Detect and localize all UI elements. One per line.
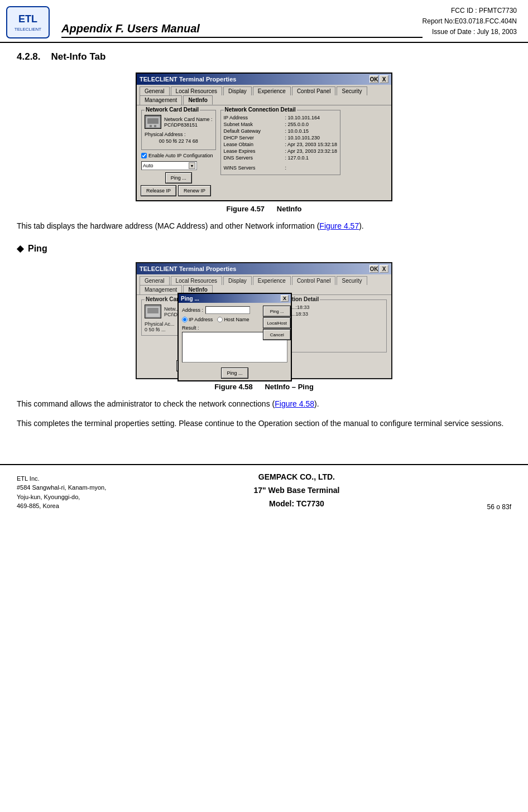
figure-58-caption: Figure 4.58 NetInfo – Ping (214, 383, 314, 391)
ping-bottom-button[interactable]: Ping ... (222, 368, 247, 378)
ping-ip-radio-label[interactable]: IP Address (182, 317, 213, 322)
report-no: Report No:E03.0718.FCC.404N (423, 16, 517, 27)
bg-net-card-icon (145, 304, 161, 318)
tab-netinfo[interactable]: NetInfo (183, 95, 212, 105)
dialog-panels: Network Card Detail (141, 110, 387, 196)
ping-right-buttons: Ping ... LocalHost Cancel (263, 306, 290, 340)
dropdown-row: Auto ▼ (141, 161, 216, 170)
figure-57-link[interactable]: Figure 4.57 (319, 221, 359, 230)
section-name: Net-Info Tab (51, 51, 105, 62)
bg-dialog-tabs: General Local Resources Display Experien… (137, 274, 391, 295)
ping-localhost-button[interactable]: LocalHost (263, 318, 290, 328)
tab-experience[interactable]: Experience (253, 86, 291, 95)
figure-57-container: TELECLIENT Terminal Properties OK X Gene… (17, 72, 511, 213)
bg-close-button: X (380, 265, 388, 273)
tab-management[interactable]: Management (140, 95, 182, 105)
auto-ip-checkbox[interactable] (141, 153, 147, 158)
etl-logo: ETL TELECLIENT (6, 6, 50, 39)
ping-content: Address : Ping ... LocalHost Cancel IP A… (182, 306, 287, 362)
left-panel-title: Network Card Detail (145, 107, 200, 113)
close-button[interactable]: X (380, 75, 388, 83)
body-text-1: This tab displays the hardware address (… (17, 220, 511, 232)
ping-ip-radio[interactable] (182, 317, 188, 322)
ping-figure-wrapper: TELECLIENT Terminal Properties OK X Gene… (136, 262, 392, 379)
ping-popup-titlebar: Ping ... X (179, 294, 291, 303)
dialog-titlebar: TELECLIENT Terminal Properties OK X (137, 74, 391, 85)
info-default-gateway: Default Gateway : 10.0.0.15 (224, 128, 338, 134)
right-panel-title: Network Connection Detail (224, 107, 297, 113)
auto-ip-label: Enable Auto IP Configuration (148, 153, 213, 158)
tab-local-resources[interactable]: Local Resources (171, 86, 222, 95)
bg-dialog-titlebar: TELECLIENT Terminal Properties OK X (137, 263, 391, 274)
dialog-title: TELECLIENT Terminal Properties (140, 76, 236, 83)
dialog-body: Network Card Detail (137, 105, 391, 200)
bullet-diamond-icon: ◆ (17, 243, 23, 254)
dropdown-value: Auto (143, 163, 153, 168)
svg-rect-6 (154, 125, 156, 127)
figure-58-link[interactable]: Figure 4.58 (275, 399, 314, 408)
ping-popup-dialog[interactable]: Ping ... X Address : Ping ... LocalHost … (177, 293, 292, 381)
svg-rect-8 (147, 308, 159, 313)
renew-ip-button[interactable]: Renew IP (179, 186, 210, 196)
svg-text:TELECLIENT: TELECLIENT (15, 27, 42, 32)
issue-date: Issue of Date : July 18, 2003 (423, 27, 517, 37)
ping-host-radio-label[interactable]: Host Name (217, 317, 249, 322)
ping-header: ◆ Ping (17, 243, 511, 254)
ping-address-input[interactable] (205, 306, 250, 314)
figure-57-caption: Figure 4.57 NetInfo (226, 205, 301, 213)
bg-tab-local-resources: Local Resources (171, 276, 222, 285)
network-connection-detail-panel: Network Connection Detail IP Address : 1… (220, 110, 341, 175)
auto-ip-checkbox-row: Enable Auto IP Configuration (141, 153, 216, 158)
net-card-info: Network Card Name : PCI\DP838151 (164, 117, 213, 128)
titlebar-buttons: OK X (369, 75, 388, 83)
footer-company-name: ETL Inc. (17, 474, 106, 484)
body-text-2: This command allows the administrator to… (17, 398, 511, 410)
dropdown-arrow-icon[interactable]: ▼ (189, 162, 195, 169)
left-panel: Network Card Detail (141, 110, 216, 196)
dialog-tabs: General Local Resources Display Experien… (137, 85, 391, 105)
info-dhcp-server: DHCP Server : 10.10.101.230 (224, 135, 338, 141)
footer-web-base: 17" Web Base Terminal (253, 484, 339, 497)
footer-company-info: ETL Inc. #584 Sangwhal-ri, Kanam-myon, Y… (17, 474, 106, 511)
info-lease-obtain: Lease Obtain : Apr 23, 2003 15:32:18 (224, 142, 338, 147)
info-dns-servers: DNS Servers : 127.0.0.1 (224, 155, 338, 161)
release-ip-button[interactable]: Release IP (141, 186, 176, 196)
ping-bottom-row: Ping ... (179, 366, 291, 380)
footer-center-info: GEMPACK CO., LTD. 17" Web Base Terminal … (253, 471, 339, 510)
ping-section: ◆ Ping (17, 243, 511, 254)
ping-button[interactable]: Ping ... (166, 173, 191, 183)
ping-close-button[interactable]: X (281, 295, 289, 302)
bg-titlebar-buttons: OK X (369, 265, 388, 273)
section-title: 4.2.8. Net-Info Tab (17, 51, 511, 62)
bg-tab-display: Display (223, 276, 252, 285)
bg-tab-experience: Experience (253, 276, 291, 285)
bg-tab-security: Security (337, 276, 367, 285)
ping-ping-button[interactable]: Ping ... (263, 306, 290, 316)
info-ip-address: IP Address : 10.10.101.164 (224, 115, 338, 120)
tab-security[interactable]: Security (337, 86, 367, 95)
ping-host-radio[interactable] (217, 317, 223, 322)
info-subnet-mask: Subnet Mask : 255.0.0.0 (224, 122, 338, 127)
ping-address-label: Address : (182, 307, 203, 313)
ping-cancel-button[interactable]: Cancel (263, 330, 290, 340)
info-lease-expires: Lease Expires : Apr 23, 2003 23:32:18 (224, 148, 338, 154)
net-card-icon (145, 115, 161, 129)
net-card-name-label: Network Card Name : (164, 117, 213, 122)
svg-rect-5 (150, 125, 152, 127)
appendix-title: Appendix F. Users Manual (61, 22, 423, 38)
svg-rect-4 (147, 118, 159, 124)
ping-popup-body: Address : Ping ... LocalHost Cancel IP A… (179, 303, 291, 366)
tab-control-panel[interactable]: Control Panel (292, 86, 336, 95)
footer-address-3: 469-885, Korea (17, 501, 106, 511)
auto-dropdown[interactable]: Auto ▼ (141, 161, 197, 170)
physical-address-value: 00 50 f6 22 74 68 (145, 138, 213, 144)
ok-button[interactable]: OK (369, 75, 378, 83)
ip-buttons-row: Release IP Renew IP (141, 186, 216, 196)
terminal-properties-dialog[interactable]: TELECLIENT Terminal Properties OK X Gene… (136, 72, 392, 201)
ping-popup-title: Ping ... (181, 296, 199, 302)
footer-page-number: 56 o 83f (487, 503, 511, 511)
tab-general[interactable]: General (140, 86, 170, 95)
net-card-name-value: PCI\DP838151 (164, 122, 213, 128)
tab-display[interactable]: Display (223, 86, 252, 95)
footer-gempack: GEMPACK CO., LTD. (253, 471, 339, 484)
